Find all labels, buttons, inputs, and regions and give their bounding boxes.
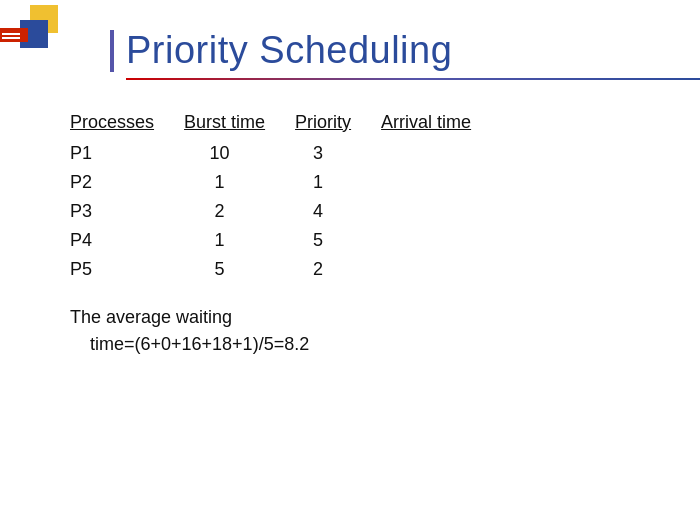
cell-r3-c2: 5 [295, 226, 381, 255]
cell-r2-c1: 2 [184, 197, 295, 226]
cell-r0-c0: P1 [70, 139, 184, 168]
cell-r2-c0: P3 [70, 197, 184, 226]
slide: Priority Scheduling Processes Burst time… [0, 0, 700, 525]
slide-title: Priority Scheduling [110, 30, 650, 72]
cell-r4-c2: 2 [295, 255, 381, 284]
cell-r4-c1: 5 [184, 255, 295, 284]
title-underline [126, 78, 700, 80]
scheduling-table: Processes Burst time Priority Arrival ti… [70, 108, 501, 284]
table-row: P211 [70, 168, 501, 197]
cell-r0-c1: 10 [184, 139, 295, 168]
cell-r1-c1: 1 [184, 168, 295, 197]
table-header-row: Processes Burst time Priority Arrival ti… [70, 108, 501, 139]
table-row: P415 [70, 226, 501, 255]
cell-r4-c3 [381, 255, 501, 284]
cell-r3-c1: 1 [184, 226, 295, 255]
average-waiting-text: The average waiting time=(6+0+16+18+1)/5… [70, 304, 650, 358]
table-row: P552 [70, 255, 501, 284]
title-bar: Priority Scheduling [110, 30, 650, 80]
table-row: P324 [70, 197, 501, 226]
cell-r0-c3 [381, 139, 501, 168]
cell-r3-c0: P4 [70, 226, 184, 255]
table-row: P1103 [70, 139, 501, 168]
cell-r2-c2: 4 [295, 197, 381, 226]
svg-rect-3 [2, 33, 20, 35]
cell-r3-c3 [381, 226, 501, 255]
cell-r2-c3 [381, 197, 501, 226]
cell-r1-c3 [381, 168, 501, 197]
corner-decoration [0, 0, 80, 80]
cell-r1-c0: P2 [70, 168, 184, 197]
avg-line2: time=(6+0+16+18+1)/5=8.2 [70, 331, 650, 358]
col-header-priority: Priority [295, 108, 381, 139]
cell-r0-c2: 3 [295, 139, 381, 168]
col-header-burst: Burst time [184, 108, 295, 139]
col-header-processes: Processes [70, 108, 184, 139]
svg-rect-4 [2, 37, 20, 39]
avg-line1: The average waiting [70, 304, 650, 331]
header-section: Priority Scheduling [50, 30, 650, 80]
cell-r1-c2: 1 [295, 168, 381, 197]
col-header-arrival: Arrival time [381, 108, 501, 139]
content-area: Processes Burst time Priority Arrival ti… [50, 98, 650, 358]
cell-r4-c0: P5 [70, 255, 184, 284]
